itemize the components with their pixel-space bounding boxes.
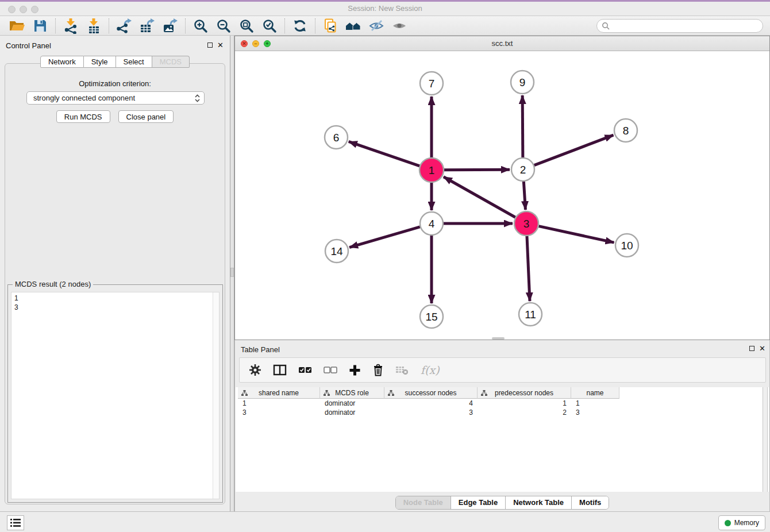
graph-node-4[interactable]: 4 [420,212,443,235]
graph-edge-1-2[interactable] [444,169,510,170]
svg-text:1: 1 [429,164,435,176]
table-row[interactable]: 1dominator411 [238,399,762,408]
add-column-button[interactable] [349,364,361,376]
graph-node-7[interactable]: 7 [420,72,443,95]
graph-node-2[interactable]: 2 [511,158,534,181]
column-header-successor-nodes[interactable]: successor nodes [384,387,478,399]
graph-node-8[interactable]: 8 [614,119,637,142]
graph-edge-1-6[interactable] [349,141,419,165]
graph-node-15[interactable]: 15 [420,305,443,328]
table-cell[interactable]: 2 [478,408,571,417]
delete-column-button[interactable] [372,364,384,376]
graph-node-11[interactable]: 11 [519,303,542,326]
mcds-result-box[interactable]: 1 3 [11,292,220,499]
column-header-name[interactable]: name [571,387,619,399]
tab-network-table[interactable]: Network Table [505,496,571,509]
zoom-fit-button[interactable] [235,17,258,34]
tab-edge-table[interactable]: Edge Table [451,496,505,509]
import-table-button[interactable] [82,17,105,34]
unchecked-boxes-icon [324,367,337,373]
control-panel-title: Control Panel [6,41,51,50]
zoom-in-button[interactable] [189,17,212,34]
export-image-button[interactable] [159,17,182,34]
mcds-result-scrollbar[interactable] [213,292,219,499]
tab-style[interactable]: Style [84,56,116,68]
zoom-selected-button[interactable] [258,17,281,34]
table-row[interactable]: 3dominator323 [238,408,762,417]
unselect-all-columns-button[interactable] [324,367,337,373]
close-panel-icon[interactable]: ✕ [217,41,224,49]
tab-network[interactable]: Network [40,56,84,68]
table-vscrollbar[interactable] [763,387,768,492]
function-builder-button[interactable]: f(x) [421,364,440,376]
delete-table-button[interactable] [395,365,409,375]
svg-text:7: 7 [429,78,435,90]
column-header-predecessor-nodes[interactable]: predecessor nodes [478,387,571,399]
tab-motifs[interactable]: Motifs [571,496,609,509]
refresh-button[interactable] [288,17,311,34]
network-canvas[interactable]: 7968124314101511 [235,51,769,340]
duplicate-network-button[interactable] [319,17,342,34]
table-float-icon[interactable] [749,346,754,351]
open-session-button[interactable] [6,17,29,34]
table-cell[interactable]: 1 [478,399,571,408]
duplicate-network-icon [322,18,338,34]
graph-node-10[interactable]: 10 [615,234,638,257]
import-network-button[interactable] [59,17,82,34]
graph-node-3[interactable]: 3 [514,211,538,236]
search-input[interactable] [613,22,758,30]
splitter-grip[interactable] [230,268,234,277]
export-network-button[interactable] [113,17,136,34]
select-all-columns-button[interactable] [298,367,312,373]
export-table-button[interactable] [136,17,159,34]
task-history-button[interactable] [7,515,24,530]
search-icon [602,22,610,30]
search-box[interactable] [596,19,763,33]
network-window-titlebar[interactable]: ✕ − + scc.txt [235,36,769,51]
tab-mcds[interactable]: MCDS [152,56,190,68]
graph-edge-3-11[interactable] [527,236,530,301]
optimization-dropdown[interactable]: strongly connected component [26,91,205,105]
close-panel-button[interactable]: Close panel [118,110,174,123]
graph-edge-2-9[interactable] [522,95,523,157]
table-cell[interactable]: dominator [320,399,384,408]
table-cell[interactable]: 3 [384,408,478,417]
graph-edge-2-3[interactable] [523,182,525,210]
graph-edge-3-10[interactable] [538,226,614,242]
column-browser-button[interactable] [273,364,287,376]
graph-node-9[interactable]: 9 [511,71,534,94]
tab-node-table[interactable]: Node Table [396,496,451,509]
graph-node-14[interactable]: 14 [325,240,348,263]
table-cell[interactable]: 1 [238,399,320,408]
zoom-out-icon [216,18,231,33]
graph-edge-3-1[interactable] [444,177,515,217]
tab-select[interactable]: Select [116,56,152,68]
graph-edge-2-8[interactable] [534,135,614,165]
show-all-button[interactable] [388,17,411,34]
column-header-shared-name[interactable]: shared name [238,387,320,399]
table-cell[interactable]: 3 [238,408,320,417]
canvas-hscrollbar[interactable] [492,337,505,340]
columns-icon [273,364,287,376]
save-session-button[interactable] [29,17,52,34]
hide-selected-button[interactable] [365,17,388,34]
graph-node-6[interactable]: 6 [325,126,348,149]
float-panel-icon[interactable] [207,43,213,48]
graph-edge-4-14[interactable] [349,227,420,248]
memory-button[interactable]: Memory [718,515,765,530]
home-button[interactable] [342,17,365,34]
graph-node-1[interactable]: 1 [419,158,444,182]
table-cell[interactable]: 1 [571,399,619,408]
zoom-out-button[interactable] [212,17,235,34]
table-cell[interactable]: dominator [320,408,384,417]
table-cell[interactable]: 4 [384,399,478,408]
table-settings-button[interactable] [249,364,261,376]
panel-splitter[interactable] [230,36,234,511]
svg-text:4: 4 [429,218,435,230]
run-mcds-button[interactable]: Run MCDS [56,110,110,123]
table-cell[interactable]: 3 [571,408,619,417]
table-close-icon[interactable]: ✕ [759,344,765,353]
zoom-fit-icon [239,18,254,33]
svg-text:15: 15 [425,311,437,323]
column-header-MCDS-role[interactable]: MCDS role [320,387,384,399]
